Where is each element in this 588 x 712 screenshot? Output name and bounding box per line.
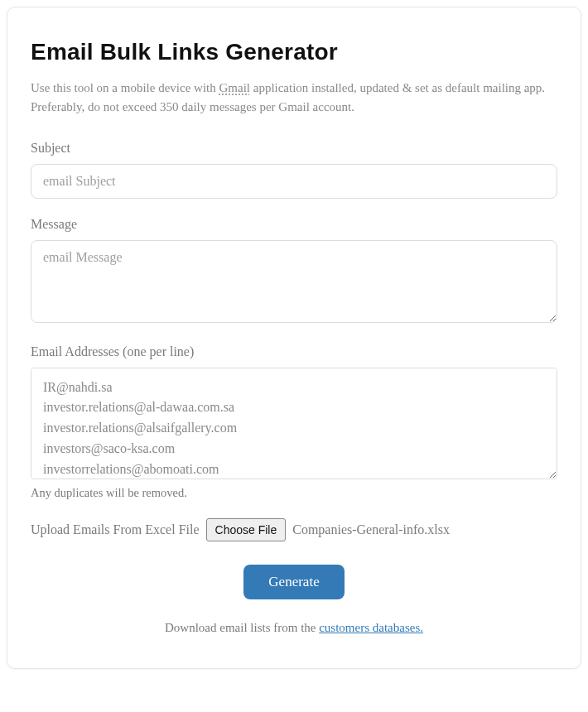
message-field: Message xyxy=(31,217,557,326)
subject-input[interactable] xyxy=(31,164,557,199)
main-card: Email Bulk Links Generator Use this tool… xyxy=(7,7,581,669)
customers-databases-link[interactable]: customers databases. xyxy=(319,621,423,634)
upload-row: Upload Emails From Excel File Choose Fil… xyxy=(31,518,557,541)
footer-text: Download email lists from the customers … xyxy=(31,621,557,635)
choose-file-button[interactable]: Choose File xyxy=(206,518,287,541)
generate-button[interactable]: Generate xyxy=(243,565,344,599)
emails-label: Email Addresses (one per line) xyxy=(31,344,557,359)
emails-field: Email Addresses (one per line) Any dupli… xyxy=(31,344,557,500)
intro-text: Use this tool on a mobile device with Gm… xyxy=(31,79,557,118)
subject-field: Subject xyxy=(31,141,557,199)
footer-before: Download email lists from the xyxy=(165,621,319,634)
emails-hint: Any duplicates will be removed. xyxy=(31,486,557,500)
subject-label: Subject xyxy=(31,141,557,156)
upload-label: Upload Emails From Excel File xyxy=(31,522,200,537)
upload-filename: Companies-General-info.xlsx xyxy=(292,522,450,537)
emails-input[interactable] xyxy=(31,368,557,479)
intro-before: Use this tool on a mobile device with xyxy=(31,81,219,94)
message-input[interactable] xyxy=(31,240,557,323)
message-label: Message xyxy=(31,217,557,232)
generate-wrap: Generate xyxy=(31,565,557,599)
page-title: Email Bulk Links Generator xyxy=(31,39,557,65)
gmail-link[interactable]: Gmail xyxy=(219,81,250,94)
